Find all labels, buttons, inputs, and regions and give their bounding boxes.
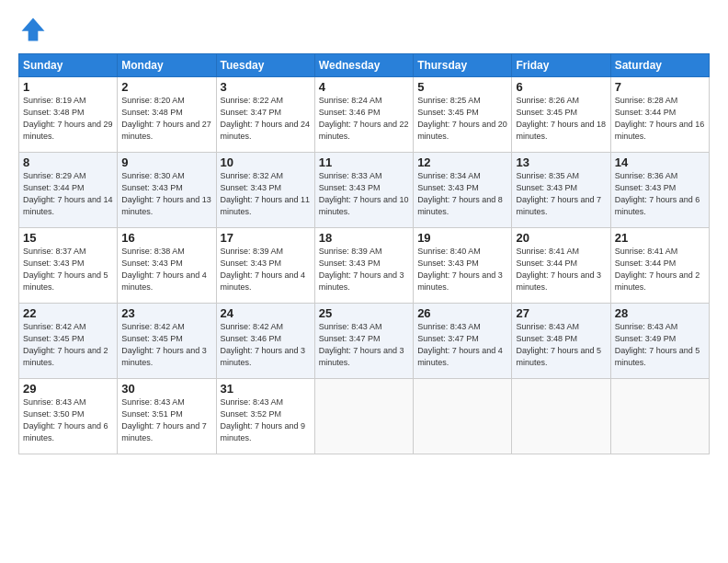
day-number: 26 [417, 306, 507, 320]
day-info: Sunrise: 8:20 AMSunset: 3:48 PMDaylight:… [121, 95, 211, 143]
calendar-cell: 6Sunrise: 8:26 AMSunset: 3:45 PMDaylight… [512, 77, 610, 153]
calendar-week-row: 29Sunrise: 8:43 AMSunset: 3:50 PMDayligh… [19, 379, 710, 454]
day-number: 9 [121, 155, 211, 169]
calendar-cell: 27Sunrise: 8:43 AMSunset: 3:48 PMDayligh… [512, 304, 610, 379]
calendar-cell: 28Sunrise: 8:43 AMSunset: 3:49 PMDayligh… [610, 304, 709, 379]
weekday-header: Friday [512, 54, 610, 77]
day-info: Sunrise: 8:43 AMSunset: 3:49 PMDaylight:… [615, 321, 705, 369]
calendar-cell: 5Sunrise: 8:25 AMSunset: 3:45 PMDaylight… [414, 77, 512, 153]
calendar-cell [414, 379, 512, 454]
day-number: 28 [615, 306, 705, 320]
day-info: Sunrise: 8:39 AMSunset: 3:43 PMDaylight:… [221, 246, 311, 293]
day-info: Sunrise: 8:43 AMSunset: 3:52 PMDaylight:… [221, 396, 311, 444]
day-number: 15 [23, 231, 113, 245]
day-info: Sunrise: 8:42 AMSunset: 3:46 PMDaylight:… [221, 321, 311, 369]
calendar-cell: 24Sunrise: 8:42 AMSunset: 3:46 PMDayligh… [216, 304, 314, 379]
day-info: Sunrise: 8:42 AMSunset: 3:45 PMDaylight:… [23, 321, 113, 369]
day-number: 22 [23, 306, 113, 320]
day-info: Sunrise: 8:19 AMSunset: 3:48 PMDaylight:… [23, 95, 113, 143]
day-info: Sunrise: 8:43 AMSunset: 3:48 PMDaylight:… [516, 321, 606, 369]
calendar-cell: 12Sunrise: 8:34 AMSunset: 3:43 PMDayligh… [414, 153, 512, 228]
day-info: Sunrise: 8:43 AMSunset: 3:47 PMDaylight:… [417, 321, 507, 369]
day-info: Sunrise: 8:29 AMSunset: 3:44 PMDaylight:… [23, 170, 113, 218]
day-number: 17 [221, 231, 311, 245]
day-number: 12 [417, 155, 507, 169]
calendar-cell: 30Sunrise: 8:43 AMSunset: 3:51 PMDayligh… [118, 379, 216, 454]
day-info: Sunrise: 8:43 AMSunset: 3:51 PMDaylight:… [121, 396, 211, 444]
day-number: 25 [319, 306, 409, 320]
day-info: Sunrise: 8:22 AMSunset: 3:47 PMDaylight:… [221, 95, 311, 143]
calendar-cell: 18Sunrise: 8:39 AMSunset: 3:43 PMDayligh… [314, 228, 413, 304]
day-info: Sunrise: 8:24 AMSunset: 3:46 PMDaylight:… [319, 95, 409, 143]
day-number: 7 [615, 80, 705, 94]
calendar-cell: 31Sunrise: 8:43 AMSunset: 3:52 PMDayligh… [216, 379, 314, 454]
calendar-cell: 26Sunrise: 8:43 AMSunset: 3:47 PMDayligh… [414, 304, 512, 379]
day-info: Sunrise: 8:25 AMSunset: 3:45 PMDaylight:… [417, 95, 507, 143]
day-info: Sunrise: 8:26 AMSunset: 3:45 PMDaylight:… [516, 95, 606, 143]
calendar-cell: 29Sunrise: 8:43 AMSunset: 3:50 PMDayligh… [19, 379, 118, 454]
day-number: 16 [121, 231, 211, 245]
weekday-header: Saturday [610, 54, 709, 77]
calendar-cell: 19Sunrise: 8:40 AMSunset: 3:43 PMDayligh… [414, 228, 512, 304]
day-number: 27 [516, 306, 606, 320]
day-number: 13 [516, 155, 606, 169]
calendar-week-row: 8Sunrise: 8:29 AMSunset: 3:44 PMDaylight… [19, 153, 710, 228]
day-number: 24 [221, 306, 311, 320]
day-number: 8 [23, 155, 113, 169]
day-number: 6 [516, 80, 606, 94]
page: SundayMondayTuesdayWednesdayThursdayFrid… [0, 0, 728, 563]
day-info: Sunrise: 8:34 AMSunset: 3:43 PMDaylight:… [417, 170, 507, 218]
calendar-cell: 11Sunrise: 8:33 AMSunset: 3:43 PMDayligh… [314, 153, 413, 228]
calendar-cell: 7Sunrise: 8:28 AMSunset: 3:44 PMDaylight… [610, 77, 709, 153]
day-number: 20 [516, 231, 606, 245]
calendar-cell: 1Sunrise: 8:19 AMSunset: 3:48 PMDaylight… [19, 77, 118, 153]
day-number: 2 [121, 80, 211, 94]
day-info: Sunrise: 8:30 AMSunset: 3:43 PMDaylight:… [121, 170, 211, 218]
logo-icon [18, 15, 48, 44]
day-number: 14 [615, 155, 705, 169]
day-info: Sunrise: 8:41 AMSunset: 3:44 PMDaylight:… [516, 246, 606, 293]
day-info: Sunrise: 8:36 AMSunset: 3:43 PMDaylight:… [615, 170, 705, 218]
day-number: 10 [221, 155, 311, 169]
day-info: Sunrise: 8:40 AMSunset: 3:43 PMDaylight:… [417, 246, 507, 293]
day-info: Sunrise: 8:28 AMSunset: 3:44 PMDaylight:… [615, 95, 705, 143]
calendar-cell: 14Sunrise: 8:36 AMSunset: 3:43 PMDayligh… [610, 153, 709, 228]
day-info: Sunrise: 8:43 AMSunset: 3:47 PMDaylight:… [319, 321, 409, 369]
weekday-header: Thursday [414, 54, 512, 77]
calendar-cell: 20Sunrise: 8:41 AMSunset: 3:44 PMDayligh… [512, 228, 610, 304]
calendar-cell: 15Sunrise: 8:37 AMSunset: 3:43 PMDayligh… [19, 228, 118, 304]
calendar-cell: 9Sunrise: 8:30 AMSunset: 3:43 PMDaylight… [118, 153, 216, 228]
day-info: Sunrise: 8:37 AMSunset: 3:43 PMDaylight:… [23, 246, 113, 293]
weekday-header: Tuesday [216, 54, 314, 77]
calendar-cell: 25Sunrise: 8:43 AMSunset: 3:47 PMDayligh… [314, 304, 413, 379]
calendar: SundayMondayTuesdayWednesdayThursdayFrid… [18, 53, 710, 454]
day-number: 23 [121, 306, 211, 320]
header [18, 15, 710, 44]
day-number: 1 [23, 80, 113, 94]
weekday-header: Wednesday [314, 54, 413, 77]
calendar-cell: 8Sunrise: 8:29 AMSunset: 3:44 PMDaylight… [19, 153, 118, 228]
calendar-cell: 16Sunrise: 8:38 AMSunset: 3:43 PMDayligh… [118, 228, 216, 304]
day-number: 19 [417, 231, 507, 245]
calendar-cell: 10Sunrise: 8:32 AMSunset: 3:43 PMDayligh… [216, 153, 314, 228]
day-number: 30 [121, 382, 211, 396]
day-number: 18 [319, 231, 409, 245]
weekday-header-row: SundayMondayTuesdayWednesdayThursdayFrid… [19, 54, 710, 77]
day-info: Sunrise: 8:39 AMSunset: 3:43 PMDaylight:… [319, 246, 409, 293]
calendar-cell: 17Sunrise: 8:39 AMSunset: 3:43 PMDayligh… [216, 228, 314, 304]
day-number: 31 [221, 382, 311, 396]
day-info: Sunrise: 8:42 AMSunset: 3:45 PMDaylight:… [121, 321, 211, 369]
day-info: Sunrise: 8:35 AMSunset: 3:43 PMDaylight:… [516, 170, 606, 218]
calendar-cell: 3Sunrise: 8:22 AMSunset: 3:47 PMDaylight… [216, 77, 314, 153]
calendar-cell [512, 379, 610, 454]
calendar-cell: 13Sunrise: 8:35 AMSunset: 3:43 PMDayligh… [512, 153, 610, 228]
calendar-cell: 4Sunrise: 8:24 AMSunset: 3:46 PMDaylight… [314, 77, 413, 153]
day-info: Sunrise: 8:32 AMSunset: 3:43 PMDaylight:… [221, 170, 311, 218]
day-number: 3 [221, 80, 311, 94]
calendar-week-row: 22Sunrise: 8:42 AMSunset: 3:45 PMDayligh… [19, 304, 710, 379]
day-number: 5 [417, 80, 507, 94]
calendar-cell: 21Sunrise: 8:41 AMSunset: 3:44 PMDayligh… [610, 228, 709, 304]
svg-marker-0 [22, 18, 45, 41]
calendar-cell: 22Sunrise: 8:42 AMSunset: 3:45 PMDayligh… [19, 304, 118, 379]
day-info: Sunrise: 8:38 AMSunset: 3:43 PMDaylight:… [121, 246, 211, 293]
